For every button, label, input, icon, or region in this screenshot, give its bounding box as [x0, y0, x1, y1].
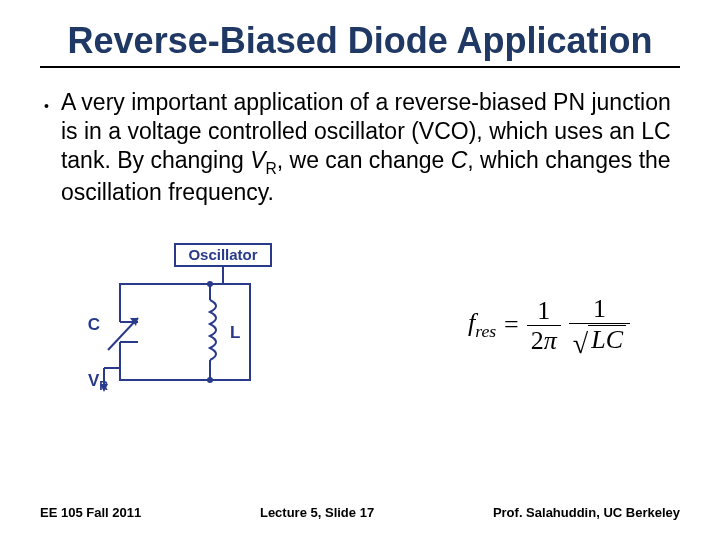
inductor-label: L — [230, 323, 240, 342]
formula: fres = 1 2π 1 √ LC — [468, 295, 630, 357]
circuit-diagram: Oscillator C — [70, 238, 290, 412]
bullet-mid: , we can change — [277, 147, 451, 173]
bullet-text: A very important application of a revers… — [61, 88, 676, 206]
den-pi: π — [544, 326, 557, 355]
vr-label: VR — [88, 371, 108, 393]
num-1: 1 — [533, 297, 554, 325]
footer-left: EE 105 Fall 2011 — [40, 505, 141, 520]
frac-1-over-sqrtlc: 1 √ LC — [569, 295, 630, 357]
footer: EE 105 Fall 2011 Lecture 5, Slide 17 Pro… — [40, 505, 680, 520]
bullet-vr: V — [250, 147, 265, 173]
frac-1-over-2pi: 1 2π — [527, 297, 561, 355]
sqrt-lc: LC — [588, 325, 626, 353]
bullet-vr-sub: R — [265, 159, 276, 176]
bullet-c: C — [451, 147, 468, 173]
svg-point-15 — [207, 377, 213, 383]
num-1b: 1 — [589, 295, 610, 323]
oscillator-label: Oscillator — [188, 246, 257, 263]
bullet-item: • A very important application of a reve… — [40, 88, 680, 206]
footer-right: Prof. Salahuddin, UC Berkeley — [493, 505, 680, 520]
footer-center: Lecture 5, Slide 17 — [260, 505, 374, 520]
capacitor-label: C — [88, 315, 100, 334]
bullet-dot: • — [44, 98, 49, 116]
slide-title: Reverse-Biased Diode Application — [40, 20, 680, 68]
sqrt: √ LC — [573, 325, 626, 353]
formula-eq: = — [504, 310, 519, 340]
den-2: 2 — [531, 326, 544, 355]
formula-res: res — [475, 321, 496, 341]
svg-point-14 — [207, 281, 213, 287]
sqrt-sign: √ — [573, 333, 588, 355]
